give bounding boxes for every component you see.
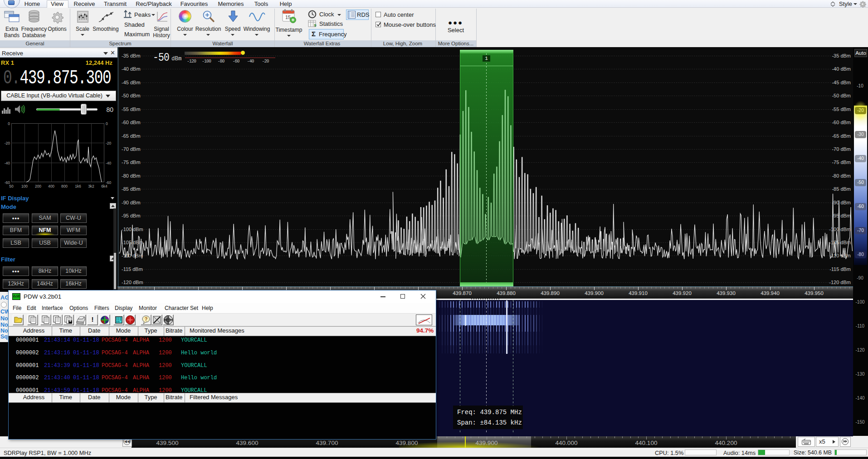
- svg-text:?: ?: [145, 316, 148, 322]
